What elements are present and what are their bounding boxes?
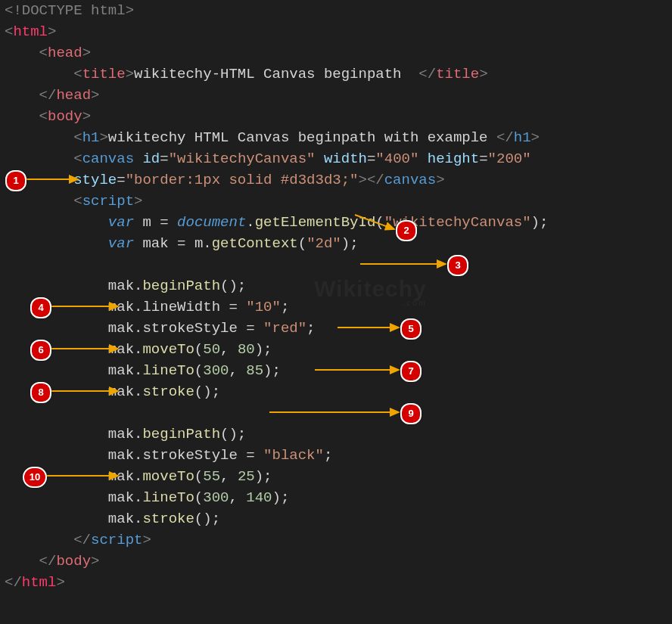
script-close: script: [91, 532, 142, 548]
angle-open: <: [5, 2, 13, 19]
callout-badge-2: 2: [396, 220, 417, 241]
arg-2d: "2d": [306, 235, 341, 252]
val-style: "border:1px solid #d3d3d3;": [126, 172, 359, 188]
strokestyle: strokeStyle: [142, 320, 237, 337]
stroke: stroke: [142, 383, 194, 400]
canvas-close: canvas: [384, 172, 436, 188]
mak-var: mak: [142, 235, 168, 252]
canvas-open: canvas: [82, 151, 134, 167]
val-height: "200": [488, 151, 531, 167]
attr-height: height: [428, 151, 479, 167]
attr-width: width: [324, 151, 367, 167]
code-editor: <!DOCTYPE html> <html> <head> <title>wik…: [0, 0, 672, 624]
callout-badge-4: 4: [30, 297, 51, 318]
html-close: html: [22, 574, 57, 591]
doctype: !DOCTYPE html: [13, 2, 125, 19]
head-close: head: [56, 87, 91, 104]
val-id: "wikitechyCanvas": [169, 151, 316, 167]
beginpath-call: beginPath: [142, 278, 220, 294]
body-open: body: [48, 108, 82, 125]
title-close: title: [436, 66, 479, 82]
ss-black: "black": [263, 447, 324, 464]
callout-badge-10: 10: [23, 467, 47, 488]
getelementbyid: getElementById: [255, 214, 376, 231]
lineto: lineTo: [142, 362, 194, 379]
title-open: title: [82, 66, 126, 82]
callout-badge-6: 6: [30, 340, 51, 361]
h1-open: h1: [82, 129, 100, 146]
val-width: "400": [375, 151, 418, 167]
moveto: moveTo: [142, 341, 194, 358]
m-var: m: [142, 214, 151, 231]
callout-badge-1: 1: [5, 170, 26, 191]
document-obj: document: [177, 214, 246, 231]
h1-close: h1: [514, 129, 531, 146]
callout-badge-8: 8: [30, 382, 51, 403]
lw-val: "10": [246, 299, 281, 315]
title-text: wikitechy-HTML Canvas beginpath: [134, 66, 418, 82]
ss-red: "red": [263, 320, 306, 337]
body-close: body: [56, 553, 91, 570]
attr-style: style: [73, 172, 117, 188]
callout-badge-7: 7: [400, 361, 422, 382]
html-open-tag: html: [13, 23, 48, 40]
watermark: Wikitechy .com: [314, 276, 427, 307]
linewidth: lineWidth: [142, 299, 220, 315]
getcontext: getContext: [212, 235, 298, 252]
h1-text: wikitechy HTML Canvas beginpath with exa…: [108, 129, 496, 146]
attr-id: id: [142, 151, 160, 167]
var-kw: var: [108, 214, 134, 231]
script-open: script: [82, 193, 134, 210]
callout-badge-5: 5: [400, 318, 422, 340]
head-open: head: [48, 45, 82, 61]
callout-badge-3: 3: [447, 255, 468, 276]
callout-badge-9: 9: [400, 403, 422, 424]
